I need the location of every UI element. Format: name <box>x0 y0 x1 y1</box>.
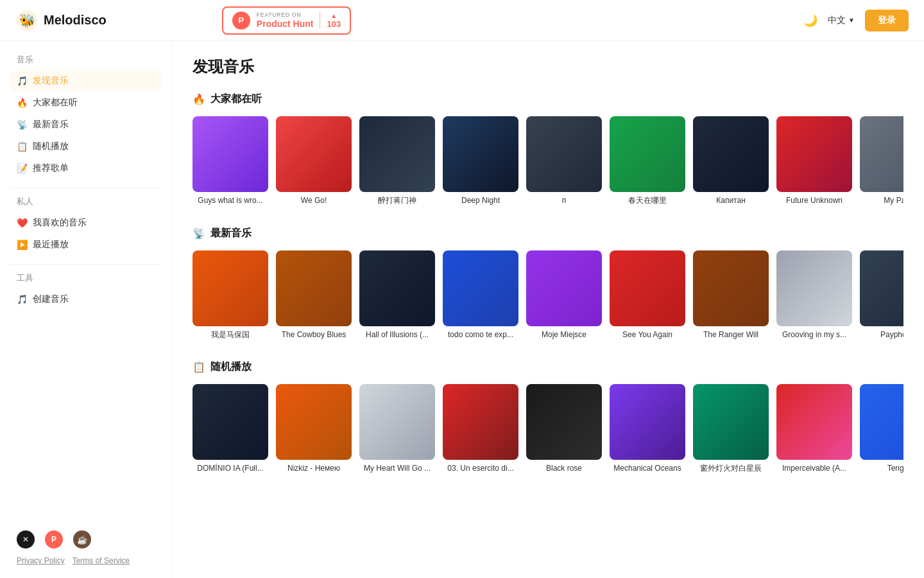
music-card[interactable]: Future Unknown <box>776 116 852 206</box>
sidebar-section-private: 私人 ❤️ 我喜欢的音乐 ▶️ 最近播放 <box>10 196 161 256</box>
section-latest: 📡 最新音乐 我是马保国The Cowboy BluesHall of Illu… <box>193 227 903 343</box>
fire-icon: 🔥 <box>17 98 28 108</box>
music-card[interactable]: Payphone <box>860 250 903 340</box>
card-image <box>776 116 852 192</box>
sidebar-item-discover[interactable]: 🎵 发现音乐 <box>10 71 161 91</box>
ph-text: FEATURED ON Product Hunt <box>257 12 314 30</box>
section-random-header: 📋 随机播放 <box>193 360 903 374</box>
music-card[interactable]: We Go! <box>276 116 352 206</box>
card-image <box>359 384 435 460</box>
sidebar-item-create[interactable]: 🎵 创建音乐 <box>10 289 161 310</box>
card-title: Tengo <box>860 464 903 474</box>
card-image <box>610 250 685 326</box>
sidebar-item-random-label: 随机播放 <box>33 141 69 152</box>
music-card[interactable]: Black rose <box>526 384 602 474</box>
dark-mode-toggle[interactable]: 🌙 <box>803 13 817 28</box>
ph-name-label: Product Hunt <box>257 19 314 30</box>
card-image <box>359 250 435 326</box>
social-icons: ✕ P ☕ <box>10 530 161 548</box>
card-image <box>693 250 769 326</box>
card-image <box>860 116 903 192</box>
logo-icon: 🐝 <box>15 9 38 32</box>
create-icon: 🎵 <box>17 294 28 304</box>
music-card[interactable]: Nizkiz - Немею <box>276 384 352 474</box>
logo-area: 🐝 Melodisco <box>15 9 107 32</box>
coffee-icon[interactable]: ☕ <box>73 530 91 548</box>
section-trending: 🔥 大家都在听 Guys what is wro...We Go!醉打蒋门神De… <box>193 92 903 209</box>
music-card[interactable]: The Ranger Will <box>693 250 769 340</box>
sidebar-item-recent-label: 最近播放 <box>33 239 69 250</box>
main-content: 发现音乐 🔥 大家都在听 Guys what is wro...We Go!醉打… <box>172 41 924 578</box>
sidebar-section-tools-title: 工具 <box>10 272 161 284</box>
music-card[interactable]: Hall of Illusions (... <box>359 250 435 340</box>
card-title: Moje Miejsce <box>526 330 602 340</box>
login-button[interactable]: 登录 <box>865 10 909 31</box>
sidebar-item-recent[interactable]: ▶️ 最近播放 <box>10 234 161 255</box>
music-card[interactable]: 醉打蒋门神 <box>359 116 435 206</box>
music-card[interactable]: 窗外灯火对白星辰 <box>693 384 769 474</box>
card-image <box>443 116 518 192</box>
music-card[interactable]: Deep Night <box>443 116 518 206</box>
trending-grid: Guys what is wro...We Go!醉打蒋门神Deep Night… <box>193 116 903 209</box>
sidebar-item-liked[interactable]: ❤️ 我喜欢的音乐 <box>10 213 161 233</box>
music-card[interactable]: The Cowboy Blues <box>276 250 352 340</box>
music-card[interactable]: My Pain <box>860 116 903 206</box>
sidebar-item-random[interactable]: 📋 随机播放 <box>10 136 161 157</box>
card-image <box>359 116 435 192</box>
ph-featured-label: FEATURED ON <box>257 12 314 19</box>
card-image <box>693 384 769 460</box>
random-grid: DOMÍNIO IA (Full...Nizkiz - НемеюMy Hear… <box>193 384 903 477</box>
discover-icon: 🎵 <box>17 76 28 86</box>
card-image <box>526 384 602 460</box>
music-card[interactable]: Guys what is wro... <box>193 116 268 206</box>
card-title: todo como te exp... <box>443 330 518 340</box>
ph-count-area: ▲ 103 <box>320 12 341 29</box>
card-image <box>193 250 268 326</box>
card-image <box>693 116 769 192</box>
music-card[interactable]: 03. Un esercito di... <box>443 384 518 474</box>
sidebar: 音乐 🎵 发现音乐 🔥 大家都在听 📡 最新音乐 📋 随机播放 📝 推荐歌单 <box>0 41 172 578</box>
sidebar-item-trending[interactable]: 🔥 大家都在听 <box>10 92 161 113</box>
lang-selector[interactable]: 中文 ▼ <box>828 15 855 26</box>
music-card[interactable]: Moje Miejsce <box>526 250 602 340</box>
card-title: Payphone <box>860 330 903 340</box>
sidebar-item-recommended[interactable]: 📝 推荐歌单 <box>10 158 161 179</box>
sidebar-divider-2 <box>10 264 161 265</box>
twitter-icon[interactable]: ✕ <box>17 530 35 548</box>
card-title: Deep Night <box>443 196 518 206</box>
producthunt-icon[interactable]: P <box>45 530 63 548</box>
music-card[interactable]: todo como te exp... <box>443 250 518 340</box>
latest-section-icon: 📡 <box>193 227 205 240</box>
card-title: Grooving in my s... <box>776 330 852 340</box>
terms-link[interactable]: Terms of Service <box>73 556 130 565</box>
trending-section-icon: 🔥 <box>193 93 205 105</box>
card-title: Imperceivable (A... <box>776 464 852 474</box>
card-image <box>776 384 852 460</box>
music-card[interactable]: Grooving in my s... <box>776 250 852 340</box>
ph-badge[interactable]: P FEATURED ON Product Hunt ▲ 103 <box>222 6 351 35</box>
card-title: 春天在哪里 <box>610 196 685 206</box>
section-trending-header: 🔥 大家都在听 <box>193 92 903 106</box>
privacy-link[interactable]: Privacy Policy <box>17 556 65 565</box>
section-latest-header: 📡 最新音乐 <box>193 227 903 240</box>
music-card[interactable]: My Heart Will Go ... <box>359 384 435 474</box>
card-image <box>276 116 352 192</box>
music-card[interactable]: Tengo <box>860 384 903 474</box>
card-title: The Ranger Will <box>693 330 769 340</box>
music-card[interactable]: п <box>526 116 602 206</box>
ph-icon: P <box>232 12 250 30</box>
music-card[interactable]: 春天在哪里 <box>610 116 685 206</box>
music-card[interactable]: Mechanical Oceans <box>610 384 685 474</box>
music-card[interactable]: DOMÍNIO IA (Full... <box>193 384 268 474</box>
music-card[interactable]: Капитан <box>693 116 769 206</box>
music-card[interactable]: 我是马保国 <box>193 250 268 340</box>
card-image <box>443 250 518 326</box>
card-title: Hall of Illusions (... <box>359 330 435 340</box>
music-card[interactable]: See You Again <box>610 250 685 340</box>
section-random: 📋 随机播放 DOMÍNIO IA (Full...Nizkiz - Немею… <box>193 360 903 477</box>
music-card[interactable]: Imperceivable (A... <box>776 384 852 474</box>
sidebar-item-latest[interactable]: 📡 最新音乐 <box>10 114 161 135</box>
trending-section-title: 大家都在听 <box>210 92 262 106</box>
play-icon: ▶️ <box>17 240 28 250</box>
ph-count-value: 103 <box>327 19 341 29</box>
